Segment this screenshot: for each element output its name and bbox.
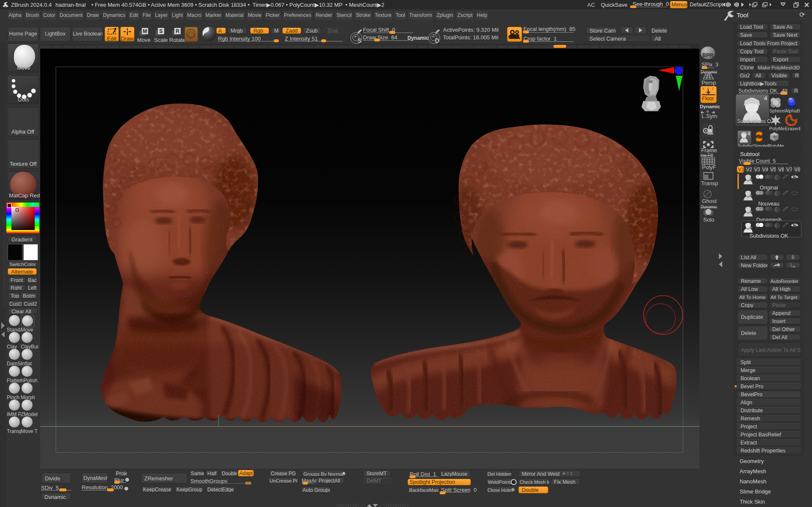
- svg-text:S: S: [159, 28, 162, 34]
- svg-text:M: M: [143, 28, 147, 34]
- svg-text:R: R: [176, 28, 179, 34]
